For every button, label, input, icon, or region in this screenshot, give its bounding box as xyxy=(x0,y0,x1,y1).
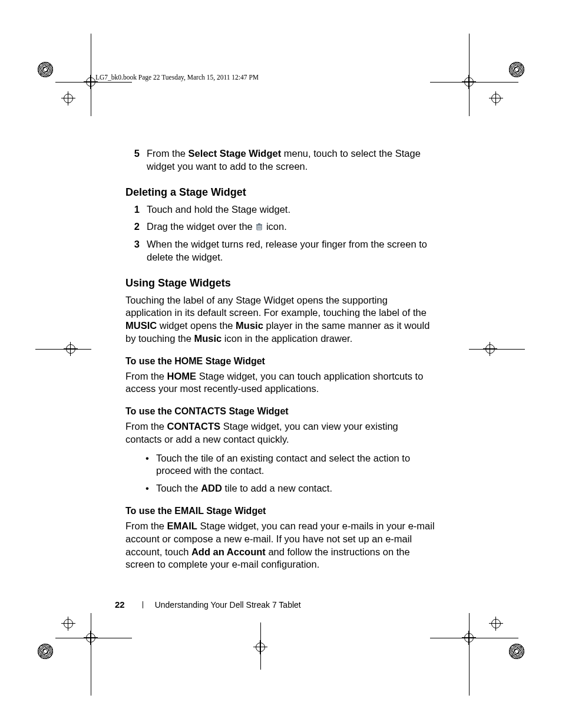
heading-deleting: Deleting a Stage Widget xyxy=(125,186,435,199)
list-item: Touch the ADD tile to add a new contact. xyxy=(147,482,435,495)
svg-rect-5 xyxy=(258,223,260,224)
heading-email: To use the EMAIL Stage Widget xyxy=(125,506,435,516)
step-2: 2 Drag the widget over the icon. xyxy=(125,220,435,233)
email-paragraph: From the EMAIL Stage widget, you can rea… xyxy=(125,520,435,571)
step-text: From the Select Stage Widget menu, touch… xyxy=(147,148,421,172)
continued-steps: 5 From the Select Stage Widget menu, tou… xyxy=(125,147,435,173)
book-header: LG7_bk0.book Page 22 Tuesday, March 15, … xyxy=(95,74,259,81)
step-1: 1 Touch and hold the Stage widget. xyxy=(125,203,435,216)
trash-icon xyxy=(255,221,266,232)
chapter-title: Understanding Your Dell Streak 7 Tablet xyxy=(155,600,301,610)
contacts-paragraph: From the CONTACTS Stage widget, you can … xyxy=(125,420,435,446)
list-item: Touch the tile of an existing contact an… xyxy=(147,452,435,478)
step-number: 5 xyxy=(130,147,140,160)
page-number: 22 xyxy=(115,599,125,610)
home-paragraph: From the HOME Stage widget, you can touc… xyxy=(125,370,435,396)
contacts-bullets: Touch the tile of an existing contact an… xyxy=(125,452,435,495)
using-paragraph: Touching the label of any Stage Widget o… xyxy=(125,294,435,345)
heading-using: Using Stage Widgets xyxy=(125,277,435,289)
heading-contacts: To use the CONTACTS Stage Widget xyxy=(125,406,435,417)
deleting-steps: 1 Touch and hold the Stage widget. 2 Dra… xyxy=(125,203,435,264)
step-5: 5 From the Select Stage Widget menu, tou… xyxy=(125,147,435,173)
page-footer: 22 Understanding Your Dell Streak 7 Tabl… xyxy=(115,599,301,610)
svg-rect-4 xyxy=(256,225,262,226)
page-content: 5 From the Select Stage Widget menu, tou… xyxy=(125,147,435,577)
footer-divider xyxy=(143,601,143,608)
heading-home: To use the HOME Stage Widget xyxy=(125,356,435,367)
step-3: 3 When the widget turns red, release you… xyxy=(125,238,435,264)
